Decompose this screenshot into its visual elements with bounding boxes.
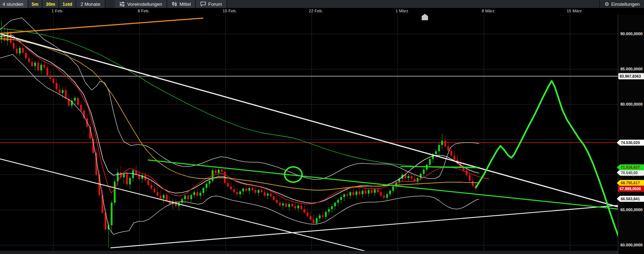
red-ma bbox=[0, 37, 489, 204]
candle-body bbox=[313, 220, 314, 223]
green-level-segment[interactable] bbox=[401, 167, 479, 167]
candle-body bbox=[31, 62, 33, 66]
candle-body bbox=[163, 195, 165, 198]
range-tab[interactable]: 2 Monate bbox=[76, 0, 105, 8]
candle-body bbox=[469, 175, 471, 181]
candle-body bbox=[450, 151, 452, 156]
candle-body bbox=[236, 192, 238, 194]
candle-body bbox=[383, 196, 385, 198]
candle-body bbox=[447, 146, 449, 151]
candle-body bbox=[239, 192, 241, 194]
candlestick-icon bbox=[172, 1, 177, 7]
candle-body bbox=[325, 212, 327, 217]
bottom-edge-strip bbox=[0, 251, 644, 254]
candle-body bbox=[65, 90, 67, 98]
candle-body bbox=[310, 216, 311, 220]
candle-body bbox=[353, 192, 354, 195]
timeframe-30m-tab[interactable]: 30m bbox=[43, 0, 59, 8]
candle-body bbox=[25, 53, 27, 58]
candle-body bbox=[154, 189, 156, 192]
price-chart[interactable] bbox=[0, 0, 644, 254]
white-resistance-line[interactable] bbox=[0, 34, 618, 207]
candle-body bbox=[40, 65, 42, 70]
candle-body bbox=[150, 185, 152, 189]
timeframe-current-label: 4 stunden bbox=[3, 1, 23, 7]
timeframe-current-tab[interactable]: 4 stunden bbox=[0, 0, 28, 8]
candle-body bbox=[359, 192, 361, 194]
price-axis-label: 60.000,0000 bbox=[620, 243, 643, 247]
price-flag: 66.563,841 bbox=[617, 196, 644, 202]
forum-label: Forum bbox=[208, 1, 222, 7]
candle-body bbox=[129, 178, 131, 184]
settings-button[interactable]: ⚙ Einstellungen bbox=[599, 0, 644, 8]
candle-body bbox=[429, 159, 431, 165]
candle-body bbox=[340, 197, 342, 200]
candle-body bbox=[407, 176, 409, 178]
price-flag: 68.795,617 bbox=[617, 180, 644, 186]
green-trend-line[interactable] bbox=[148, 160, 618, 209]
candle-body bbox=[227, 183, 229, 187]
candle-body bbox=[200, 193, 201, 196]
white-channel-line[interactable] bbox=[0, 159, 377, 254]
trading-app-window: 4 stunden 5m 30m 1std 2 Monate bbox=[0, 0, 644, 254]
candle-body bbox=[74, 98, 76, 101]
candle-body bbox=[362, 191, 363, 194]
white-support-line[interactable] bbox=[111, 205, 618, 248]
price-flag: 83.967,8363 bbox=[618, 73, 644, 79]
candle-body bbox=[374, 189, 376, 193]
price-axis[interactable]: 90.000,000085.000,000083.967,836380.000,… bbox=[618, 8, 644, 254]
candle-body bbox=[202, 188, 204, 193]
candle-body bbox=[334, 203, 336, 206]
candle-body bbox=[389, 191, 391, 194]
candle-body bbox=[386, 194, 388, 198]
candle-body bbox=[157, 192, 158, 196]
candle-body bbox=[276, 200, 278, 203]
price-axis-label: 85.000,0000 bbox=[620, 67, 643, 71]
candle-body bbox=[181, 199, 183, 203]
mittel-label: Mittel bbox=[180, 1, 191, 7]
candle-body bbox=[37, 63, 39, 70]
mittel-button[interactable]: Mittel bbox=[167, 0, 196, 8]
green-projection-line[interactable] bbox=[476, 81, 621, 242]
candle-body bbox=[297, 205, 299, 208]
candle-body bbox=[49, 75, 51, 79]
candle-body bbox=[346, 194, 348, 196]
time-axis-label: 1 Feb. bbox=[52, 9, 64, 13]
time-axis-label: 8 März bbox=[482, 9, 494, 13]
candle-body bbox=[193, 192, 195, 195]
candle-body bbox=[273, 196, 275, 200]
candle-body bbox=[62, 90, 64, 93]
candle-body bbox=[349, 192, 351, 196]
candle-body bbox=[22, 48, 24, 53]
candle-body bbox=[261, 190, 262, 192]
candle-body bbox=[19, 48, 21, 54]
white-ma bbox=[0, 36, 479, 203]
presets-button[interactable]: Voreinstellungen bbox=[115, 0, 167, 8]
chart-toolbar: 4 stunden 5m 30m 1std 2 Monate bbox=[0, 0, 644, 8]
timeframe-5m-tab[interactable]: 5m bbox=[28, 0, 43, 8]
range-label: 2 Monate bbox=[81, 1, 100, 7]
time-axis-label: 22 Feb. bbox=[309, 9, 323, 13]
price-flag: 67.989,0500 bbox=[618, 186, 644, 192]
time-axis[interactable]: 1 Feb.8 Feb.15 Feb.22 Feb.1 März8 März15… bbox=[0, 8, 644, 15]
candle-body bbox=[267, 193, 269, 196]
candle-body bbox=[160, 196, 161, 198]
timeframe-30m-label: 30m bbox=[46, 1, 55, 7]
timeframe-1h-tab[interactable]: 1std bbox=[59, 0, 76, 8]
candle-body bbox=[53, 79, 55, 83]
candle-body bbox=[343, 194, 345, 197]
candle-body bbox=[187, 196, 189, 199]
candle-body bbox=[337, 200, 339, 203]
forum-button[interactable]: Forum bbox=[196, 0, 227, 8]
candle-body bbox=[322, 216, 324, 217]
candle-body bbox=[249, 188, 250, 191]
time-axis-label: 15 März bbox=[567, 9, 582, 13]
candle-body bbox=[221, 169, 223, 172]
candle-body bbox=[472, 181, 474, 186]
candle-body bbox=[16, 49, 18, 54]
timeframe-1h-label: 1std bbox=[63, 1, 72, 7]
candle-body bbox=[270, 193, 271, 196]
candle-body bbox=[371, 190, 373, 193]
toolbar-spacer bbox=[227, 0, 600, 8]
presets-sliders-icon bbox=[119, 1, 125, 7]
